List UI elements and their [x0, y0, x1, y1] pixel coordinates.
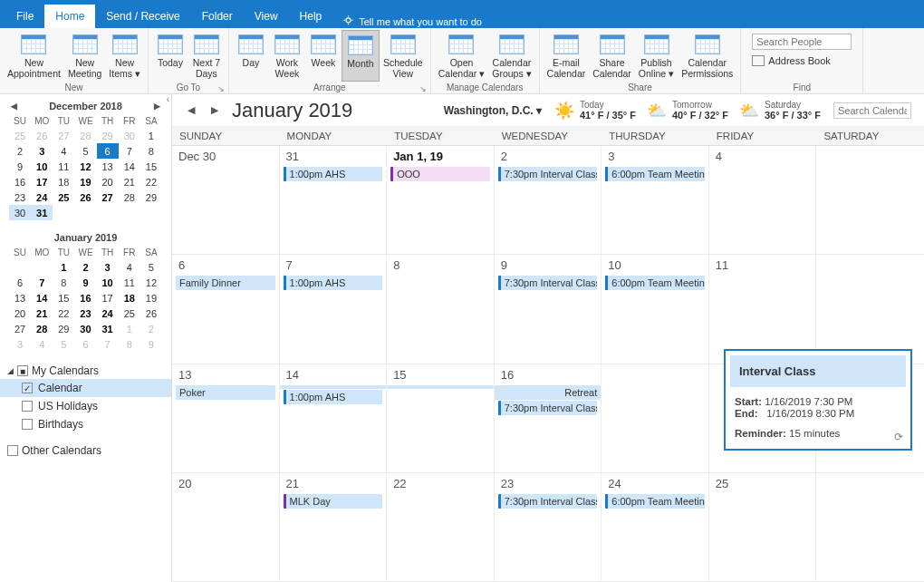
day-cell[interactable]: 21MLK Day [280, 473, 388, 581]
mini-day[interactable]: 5 [53, 336, 74, 352]
mini-day[interactable]: 26 [140, 306, 162, 321]
tab-folder[interactable]: Folder [191, 5, 244, 28]
ribbon-new-items-[interactable]: New Items ▾ [105, 30, 144, 82]
mini-day[interactable]: 9 [140, 336, 162, 352]
mini-day[interactable]: 11 [119, 275, 140, 290]
mini-day[interactable]: 19 [74, 174, 96, 189]
mini-day[interactable]: 7 [97, 336, 119, 352]
mini-day[interactable]: 6 [97, 143, 119, 159]
mini-day[interactable]: 20 [97, 174, 119, 189]
ribbon-month[interactable]: Month [342, 30, 380, 82]
mini-day[interactable]: 27 [53, 128, 74, 143]
mini-day[interactable]: 9 [9, 159, 31, 174]
mini-day[interactable]: 30 [9, 205, 31, 220]
calendar-event[interactable]: 7:30pm Interval Class [498, 401, 598, 415]
mini-day[interactable]: 6 [9, 275, 31, 290]
calendar-event[interactable]: Family Dinner [176, 276, 275, 290]
ribbon-e-mail-calendar[interactable]: E-mail Calendar [544, 30, 590, 82]
ribbon-calendar-groups-[interactable]: Calendar Groups ▾ [488, 30, 534, 82]
ribbon-publish-online-[interactable]: Publish Online ▾ [635, 30, 678, 82]
mini-day[interactable]: 8 [140, 143, 162, 159]
calendar-event[interactable]: 7:30pm Interval Class [498, 494, 598, 509]
ribbon-open-calendar-[interactable]: Open Calendar ▾ [435, 30, 489, 82]
mini-day[interactable]: 16 [9, 174, 31, 189]
mini-day[interactable]: 31 [97, 321, 119, 336]
mini-day[interactable]: 25 [9, 128, 31, 143]
day-cell[interactable]: 97:30pm Interval Class [495, 255, 602, 363]
mini-day[interactable]: 1 [53, 259, 74, 275]
mini-day[interactable]: 21 [31, 306, 53, 321]
mini-day[interactable]: 4 [31, 336, 53, 352]
mini-prev-icon[interactable]: ◀ [9, 100, 19, 112]
mini-day[interactable] [31, 259, 53, 275]
mini-day[interactable]: 8 [119, 336, 140, 352]
mini-day[interactable]: 26 [31, 128, 53, 143]
mini-day[interactable]: 17 [97, 290, 119, 306]
mini-day[interactable]: 9 [74, 275, 96, 290]
calendar-event[interactable]: OOO [390, 167, 490, 181]
calendar-event[interactable]: 6:00pm Team Meeting; Zoom [605, 167, 705, 181]
calendar-event[interactable]: 7:30pm Interval Class [498, 167, 598, 181]
mini-day[interactable] [9, 259, 31, 275]
day-cell[interactable]: 20 [172, 473, 280, 581]
day-cell[interactable]: 311:00pm AHS [280, 146, 388, 254]
mini-day[interactable]: 18 [119, 290, 140, 306]
mini-day[interactable]: 2 [140, 321, 162, 336]
mini-day[interactable]: 29 [53, 321, 74, 336]
day-cell[interactable]: 237:30pm Interval Class [495, 473, 602, 581]
calendar-event[interactable]: 7:30pm Interval Class [498, 276, 598, 290]
calendar-event[interactable]: 6:00pm Team Meeting; Zoom [605, 494, 705, 509]
mini-day[interactable]: 22 [53, 306, 74, 321]
tab-help[interactable]: Help [289, 5, 333, 28]
mini-day[interactable]: 7 [31, 275, 53, 290]
mini-day[interactable]: 26 [74, 189, 96, 205]
location-selector[interactable]: Washington, D.C. ▾ [444, 104, 542, 117]
mini-day[interactable]: 11 [53, 159, 74, 174]
calendar-item-us-holidays[interactable]: US Holidays [7, 397, 164, 415]
day-cell[interactable]: 25 [709, 473, 817, 581]
day-cell[interactable]: Jan 1, 19OOO [387, 146, 495, 254]
mini-day[interactable]: 20 [9, 306, 31, 321]
my-calendars-group[interactable]: ◢■My Calendars [7, 363, 164, 379]
day-cell[interactable] [602, 364, 709, 472]
mini-day[interactable]: 12 [140, 275, 162, 290]
calendar-event[interactable]: 6:00pm Team Meeting; Zoom [605, 276, 705, 290]
mini-day[interactable]: 25 [119, 306, 140, 321]
day-cell[interactable]: 246:00pm Team Meeting; Zoom [602, 473, 709, 581]
next-month-icon[interactable]: ▶ [208, 104, 221, 116]
day-cell[interactable]: 71:00pm AHS [280, 255, 388, 363]
mini-day[interactable]: 19 [140, 290, 162, 306]
mini-day[interactable]: 24 [31, 189, 53, 205]
ribbon-schedule-view[interactable]: Schedule View [380, 30, 427, 82]
prev-month-icon[interactable]: ◀ [185, 104, 197, 116]
ribbon-day[interactable]: Day [233, 30, 269, 82]
calendar-event[interactable]: 1:00pm AHS [284, 390, 383, 404]
day-cell[interactable]: 106:00pm Team Meeting; Zoom [602, 255, 709, 363]
address-book-button[interactable]: Address Book [752, 53, 852, 68]
ribbon-calendar-permissions[interactable]: Calendar Permissions [678, 30, 736, 82]
mini-day[interactable]: 2 [74, 259, 96, 275]
day-cell[interactable]: Dec 30 [172, 146, 280, 254]
calendar-item-birthdays[interactable]: Birthdays [7, 415, 164, 433]
day-cell[interactable] [816, 473, 924, 581]
mini-day[interactable]: 5 [140, 259, 162, 275]
mini-day[interactable]: 10 [31, 159, 53, 174]
mini-day[interactable]: 31 [31, 205, 53, 220]
day-cell[interactable]: 13Poker [172, 364, 280, 472]
mini-day[interactable]: 27 [9, 321, 31, 336]
day-cell[interactable]: 22 [387, 473, 495, 581]
mini-day[interactable]: 17 [31, 174, 53, 189]
day-cell[interactable]: 11 [709, 255, 817, 363]
day-cell[interactable] [816, 146, 924, 254]
mini-day[interactable]: 1 [119, 321, 140, 336]
day-cell[interactable]: 8 [387, 255, 495, 363]
day-cell[interactable] [816, 255, 924, 363]
tab-view[interactable]: View [244, 5, 289, 28]
mini-day[interactable]: 30 [119, 128, 140, 143]
mini-day[interactable]: 14 [31, 290, 53, 306]
day-cell[interactable]: 141:00pm AHS [280, 364, 388, 472]
mini-day[interactable]: 12 [74, 159, 96, 174]
ribbon-today[interactable]: Today [152, 30, 188, 82]
mini-day[interactable]: 29 [97, 128, 119, 143]
calendar-event[interactable]: 1:00pm AHS [284, 276, 383, 290]
